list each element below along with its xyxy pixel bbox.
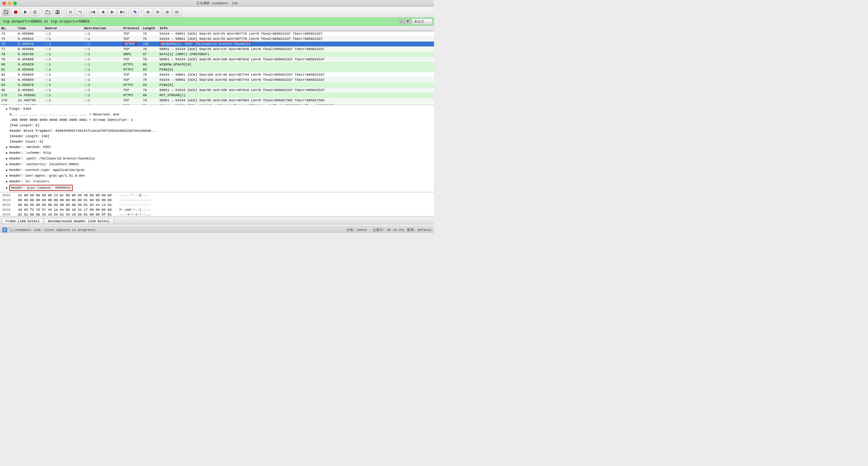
svg-point-20: [135, 11, 136, 13]
col-header-time[interactable]: Time: [17, 26, 44, 31]
table-row[interactable]: 859.455892::1::1TCP7650051 → 54244 [ACK]…: [0, 88, 434, 93]
status-left: ◉ 🔍 Loopback: lo0: <live capture in prog…: [2, 227, 96, 232]
col-header-info[interactable]: Info: [158, 26, 434, 31]
separator3: [87, 9, 87, 15]
close-capture-btn[interactable]: [66, 8, 75, 16]
hex-ascii: ················: [119, 198, 151, 203]
table-row[interactable]: 789.455796::1::1GRPC97DATA[1] (GRPC) (PR…: [0, 52, 434, 57]
interface-status: Loopback: lo0: <live capture in progress…: [14, 228, 96, 232]
statusbar: ◉ 🔍 Loopback: lo0: <live capture in prog…: [0, 226, 434, 233]
go-forward-btn[interactable]: [108, 8, 117, 16]
maximize-button[interactable]: [13, 1, 17, 5]
zoom-reset-btn[interactable]: ⊙: [163, 8, 172, 16]
detail-line[interactable]: Header: :authority: localhost:50051: [0, 161, 434, 167]
details-scroll[interactable]: Flags: 0x040... .... .... .... .... ....…: [0, 106, 434, 192]
go-back-btn[interactable]: [98, 8, 107, 16]
table-row[interactable]: 849.455878::1::1HTTP293PING[0]: [0, 83, 434, 88]
detail-line[interactable]: Header: user-agent: grpc-go/1.51.0-dev: [0, 173, 434, 179]
back-btn[interactable]: [2, 8, 10, 16]
hex-offset: 0000: [2, 193, 13, 198]
svg-rect-9: [56, 12, 59, 13]
packet-table-body: 749.455590::1::1TCP7654244 → 50051 [ACK]…: [0, 31, 434, 105]
svg-rect-8: [57, 10, 59, 12]
window-controls[interactable]: [2, 1, 17, 5]
separator5: [141, 9, 142, 15]
minimize-button[interactable]: [8, 1, 11, 5]
zoom-in-btn[interactable]: ⊕: [144, 8, 152, 16]
resize-columns-btn[interactable]: [173, 8, 181, 16]
hex-bytes: 00 00 00 00 00 00 00 00 00 00 00 01 00 0…: [18, 198, 115, 203]
filter-clear-button[interactable]: ✕: [399, 19, 404, 24]
close-button[interactable]: [2, 1, 6, 5]
col-header-length[interactable]: Length: [142, 26, 158, 31]
open-button[interactable]: [44, 8, 52, 16]
detail-line[interactable]: Header: content-type: application/grpc: [0, 167, 434, 173]
table-row[interactable]: 839.455855::1::1TCP7654244 → 50051 [ACK]…: [0, 77, 434, 83]
bottom-tab[interactable]: Decompressed Header (230 bytes): [44, 218, 114, 224]
detail-line[interactable]: Header: te: trailers: [0, 179, 434, 184]
colorize-btn[interactable]: [131, 8, 139, 16]
detail-line: 0... .... .... .... .... .... .... .... …: [0, 112, 434, 117]
table-row[interactable]: 809.455828::1::1HTTP289WINDOW_UPDATE[0]: [0, 62, 434, 67]
detail-line[interactable]: Header: :method: POST: [0, 144, 434, 150]
table-row[interactable]: 819.455840::1::1HTTP293PING[0]: [0, 67, 434, 72]
detail-line[interactable]: Flags: 0x04: [0, 106, 434, 112]
hex-row: 001000 00 00 00 00 00 00 00 00 00 00 01 …: [2, 198, 432, 203]
svg-rect-2: [14, 10, 17, 13]
detail-line: [Pad Length: 0]: [0, 123, 434, 128]
save-button[interactable]: [53, 8, 62, 16]
table-row[interactable]: 829.455844::1::1TCP7654244 → 50051 [ACK]…: [0, 72, 434, 77]
table-row[interactable]: 17614.455759::1::1TCP7650051 → 54244 [AC…: [0, 98, 434, 103]
toolbar: ⊕ ⊖ ⊙: [0, 7, 434, 18]
col-header-no[interactable]: No.: [0, 26, 17, 31]
table-row[interactable]: 769.455670::1::1HTTP2180HEADERS[1]: POST…: [0, 41, 434, 47]
reload-button[interactable]: [76, 8, 84, 16]
packet-details-panel: Flags: 0x040... .... .... .... .... ....…: [0, 105, 434, 192]
bottom-tabs: Frame (180 bytes)Decompressed Header (23…: [0, 216, 434, 224]
col-header-protocol[interactable]: Protocol: [122, 26, 142, 31]
col-header-destination[interactable]: Destination: [83, 26, 122, 31]
table-row[interactable]: 749.455590::1::1TCP7654244 → 50051 [ACK]…: [0, 31, 434, 36]
detail-line[interactable]: Header: :scheme: http: [0, 150, 434, 156]
bottom-tab[interactable]: Frame (180 bytes): [2, 218, 43, 224]
table-row[interactable]: 799.455809::1::1TCP7650051 → 54244 [ACK]…: [0, 57, 434, 62]
detail-line: [Header Count: 8]: [0, 139, 434, 144]
hex-dump-panel: 00001e 00 00 00 60 00 22 8c 00 88 06 40 …: [0, 192, 434, 216]
table-row[interactable]: 17514.455682::1::1HTTP289RST_STREAM[1]: [0, 93, 434, 98]
go-to-first-btn[interactable]: [89, 8, 97, 16]
table-header: No. Time Source Destination Protocol Len…: [0, 26, 434, 31]
stop-button[interactable]: [11, 8, 20, 16]
table-row[interactable]: 779.455680::1::1TCP7650051 → 54244 [ACK]…: [0, 47, 434, 52]
capture-icon: ◉: [2, 227, 7, 232]
hex-ascii: ····4·^·4·^···_·: [119, 212, 151, 216]
hex-row: 004001 01 08 0a 34 c0 5e 81 34 c0 5e 81 …: [2, 212, 432, 216]
table-row[interactable]: 759.455612::1::1TCP7654244 → 50051 [ACK]…: [0, 36, 434, 41]
settings-button[interactable]: [31, 8, 39, 16]
restart-button[interactable]: [21, 8, 30, 16]
info-highlight: HEADERS[1]: POST /helloworld.Greeter/Say…: [159, 41, 252, 47]
capture-icon-2: 🔍: [8, 227, 13, 232]
hex-ascii: M··pWD·^··1·····: [119, 207, 151, 212]
hex-bytes: 01 01 08 0a 34 c0 5e 81 34 c0 5e 81 00 0…: [18, 212, 115, 216]
hex-offset: 0010: [2, 198, 13, 203]
detail-line[interactable]: Header: grpc-timeout: 4995884u: [0, 184, 434, 191]
filter-dropdown-button[interactable]: ▼: [405, 19, 411, 24]
go-to-last-btn[interactable]: [118, 8, 126, 16]
filter-bar: tcp.dstport==50051 or tcp.srcport==50051…: [0, 18, 434, 26]
packet-list: No. Time Source Destination Protocol Len…: [0, 26, 434, 105]
packet-stats: 分组: 16414 · 已显示: 30 (0.2%): [346, 227, 405, 232]
col-header-source[interactable]: Source: [44, 26, 83, 31]
detail-line[interactable]: Header: :path: /helloworld.Greeter/SayHe…: [0, 156, 434, 161]
packet-scroll[interactable]: No. Time Source Destination Protocol Len…: [0, 26, 434, 105]
detail-line: [Header Length: 230]: [0, 133, 434, 139]
zoom-out-btn[interactable]: ⊖: [153, 8, 162, 16]
hex-bytes: 1e 00 00 00 60 00 22 8c 00 88 06 40 00 0…: [18, 193, 115, 198]
hex-ascii: ····`·"···@····: [119, 193, 149, 198]
svg-marker-16: [111, 10, 114, 13]
filter-text[interactable]: tcp.dstport==50051 or tcp.srcport==50051: [2, 19, 398, 24]
hex-bytes: 00 00 00 00 00 00 00 00 00 00 00 01 d3 e…: [18, 203, 115, 207]
svg-line-1: [4, 10, 8, 14]
filter-expression-button[interactable]: 表达式...: [412, 19, 432, 24]
separator2: [64, 9, 64, 15]
hex-offset: 0030: [2, 207, 13, 212]
